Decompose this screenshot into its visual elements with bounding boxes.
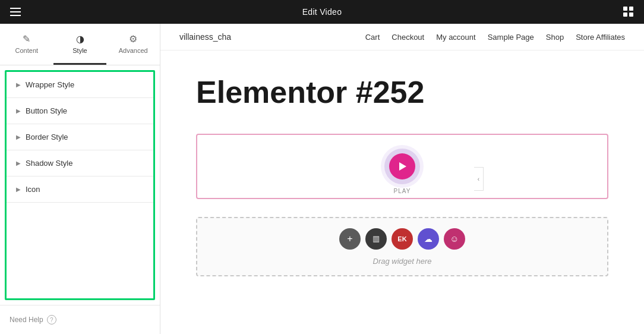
drop-zone-label: Drag widget here xyxy=(373,257,432,266)
svg-rect-0 xyxy=(623,7,627,11)
tab-advanced[interactable]: ⚙ Advanced xyxy=(106,24,160,65)
svg-rect-3 xyxy=(629,12,633,17)
top-bar: Edit Video xyxy=(0,0,644,24)
advanced-icon: ⚙ xyxy=(129,33,137,45)
nav-checkout[interactable]: Checkout xyxy=(392,33,424,42)
accordion-shadow-style-header[interactable]: ▶ Shadow Style xyxy=(7,150,153,176)
nav-cart[interactable]: Cart xyxy=(365,33,380,42)
content-icon: ✎ xyxy=(23,33,30,45)
drop-zone[interactable]: + ▥ EK ☁ ☺ Drag widget here xyxy=(196,217,608,276)
arrow-icon: ▶ xyxy=(16,108,21,114)
play-label: PLAY xyxy=(394,188,411,194)
add-widget-button[interactable]: + xyxy=(339,228,361,250)
accordion-button-style-header[interactable]: ▶ Button Style xyxy=(7,98,153,124)
accordion-shadow-style-label: Shadow Style xyxy=(26,159,73,168)
apps-grid-icon[interactable] xyxy=(620,4,637,20)
help-footer[interactable]: Need Help ? xyxy=(0,305,160,334)
arrow-icon: ▶ xyxy=(16,81,21,88)
tab-content[interactable]: ✎ Content xyxy=(0,24,53,65)
video-widget[interactable]: PLAY xyxy=(196,134,608,199)
play-icon xyxy=(399,162,406,171)
site-nav: Cart Checkout My account Sample Page Sho… xyxy=(365,33,625,42)
ek-button[interactable]: EK xyxy=(392,228,413,250)
help-icon: ? xyxy=(47,315,56,324)
accordion-icon: ▶ Icon xyxy=(7,177,153,203)
site-logo: villainess_cha xyxy=(179,32,231,42)
site-header: villainess_cha Cart Checkout My account … xyxy=(160,24,644,51)
accordion-wrapper-style: ▶ Wrapper Style xyxy=(7,72,153,98)
accordion-wrapper-style-header[interactable]: ▶ Wrapper Style xyxy=(7,72,153,97)
nav-store-affiliates[interactable]: Store Affiliates xyxy=(576,33,625,42)
nav-shop[interactable]: Shop xyxy=(546,33,564,42)
sidebar-tabs: ✎ Content ◑ Style ⚙ Advanced xyxy=(0,24,160,65)
accordion-border-style-header[interactable]: ▶ Border Style xyxy=(7,124,153,150)
accordion-border-style: ▶ Border Style xyxy=(7,124,153,150)
accordion-shadow-style: ▶ Shadow Style xyxy=(7,150,153,177)
accordion-icon-label: Icon xyxy=(26,185,40,194)
nav-my-account[interactable]: My account xyxy=(436,33,475,42)
tab-content-label: Content xyxy=(15,47,39,54)
canvas-area: villainess_cha Cart Checkout My account … xyxy=(160,24,644,334)
svg-rect-2 xyxy=(623,12,627,17)
page-content: Elementor #252 PLAY + ▥ EK ☁ ☺ xyxy=(160,51,644,300)
sidebar-collapse-handle[interactable]: ‹ xyxy=(474,167,484,191)
drop-zone-buttons: + ▥ EK ☁ ☺ xyxy=(339,228,465,250)
main-layout: ✎ Content ◑ Style ⚙ Advanced ▶ Wrapper S… xyxy=(0,24,644,334)
hamburger-menu[interactable] xyxy=(7,4,24,20)
accordion-button-style-label: Button Style xyxy=(26,106,67,115)
tab-style[interactable]: ◑ Style xyxy=(53,24,107,65)
play-button[interactable] xyxy=(389,153,415,179)
cloud-button[interactable]: ☁ xyxy=(418,228,439,250)
chevron-left-icon: ‹ xyxy=(478,176,479,182)
accordion-button-style: ▶ Button Style xyxy=(7,98,153,124)
style-icon: ◑ xyxy=(76,33,84,45)
folder-button[interactable]: ▥ xyxy=(365,228,387,250)
accordion-icon-header[interactable]: ▶ Icon xyxy=(7,177,153,202)
arrow-icon: ▶ xyxy=(16,160,21,166)
arrow-icon: ▶ xyxy=(16,134,21,140)
page-title: Elementor #252 xyxy=(196,74,608,110)
panel-title: Edit Video xyxy=(302,7,342,17)
tab-style-label: Style xyxy=(72,47,87,54)
style-panel: ▶ Wrapper Style ▶ Button Style ▶ Border … xyxy=(5,70,155,300)
help-label: Need Help xyxy=(10,316,43,324)
arrow-icon: ▶ xyxy=(16,186,21,193)
nav-sample-page[interactable]: Sample Page xyxy=(488,33,534,42)
accordion-wrapper-style-label: Wrapper Style xyxy=(26,80,74,89)
svg-rect-1 xyxy=(629,7,633,11)
accordion-border-style-label: Border Style xyxy=(26,133,68,141)
emoji-button[interactable]: ☺ xyxy=(444,228,465,250)
sidebar: ✎ Content ◑ Style ⚙ Advanced ▶ Wrapper S… xyxy=(0,24,160,334)
tab-advanced-label: Advanced xyxy=(119,47,148,54)
play-button-outer xyxy=(384,149,420,184)
